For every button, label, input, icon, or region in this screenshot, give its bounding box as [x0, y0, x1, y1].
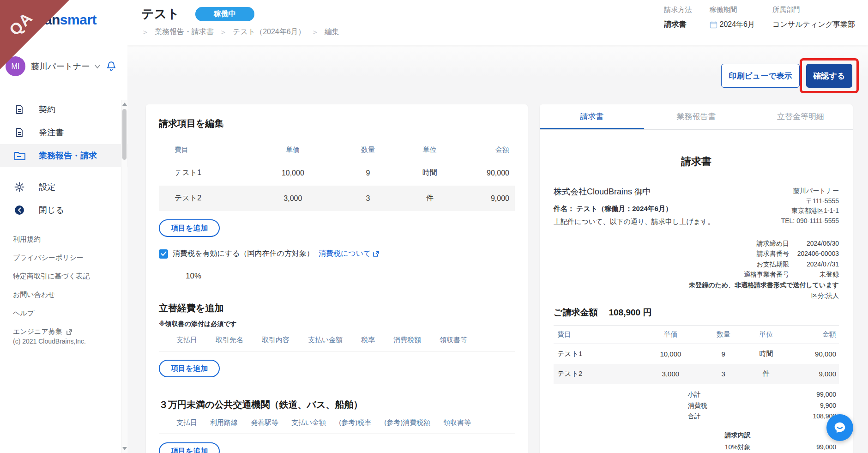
- sidebar-menu: 契約 発注書 業務報告・請求: [0, 98, 127, 222]
- invoice-meta: 請求締め日2024/06/30 請求書番号202406-00003 お支払期限2…: [554, 238, 839, 301]
- recipient: 株式会社CloudBrains 御中: [554, 186, 715, 197]
- items-table: 費目 単価 数量 単位 金額 テスト1 10,000 9 時間 90,000 テ…: [159, 140, 515, 211]
- unregistered-note: 未登録のため、非適格請求書形式で送付しています: [554, 280, 839, 291]
- sidebar-item-label: 発注書: [39, 127, 64, 138]
- link-help[interactable]: ヘルプ: [13, 309, 90, 318]
- breadcrumb-item-test[interactable]: テスト（2024年6月）: [233, 27, 306, 37]
- subject-line: 件名： テスト（稼働月：2024年6月）: [554, 205, 715, 213]
- link-commercial-law[interactable]: 特定商取引に基づく表記: [13, 272, 90, 281]
- sidebar-item-label: 閉じる: [39, 205, 64, 216]
- expenses-table-headers: 支払日 取引先名 取引内容 支払い金額 税率 消費税額 領収書等: [159, 336, 515, 351]
- edit-items-title: 請求項目を編集: [159, 117, 515, 130]
- sidebar-item-billing-report[interactable]: 業務報告・請求: [0, 144, 127, 167]
- confirm-button[interactable]: 確認する: [806, 64, 852, 88]
- chevron-right-icon: ＞: [219, 27, 227, 37]
- chevron-right-icon: ＞: [311, 27, 319, 37]
- sidebar: QA Lansmart MI 藤川パートナー 契約: [0, 0, 127, 453]
- table-row: テスト1 10,000 9 時間 90,000: [554, 344, 839, 364]
- main-content: 印刷ビューで表示 確認する 請求項目を編集 費目 単価 数量 単位 金額 テスト…: [127, 45, 868, 453]
- calendar-icon: [710, 21, 717, 29]
- qa-ribbon-label: QA: [6, 8, 36, 39]
- invoice-left-block: 株式会社CloudBrains 御中 件名： テスト（稼働月：2024年6月） …: [554, 186, 715, 226]
- info-billing-method: 請求方法 請求書: [664, 6, 692, 30]
- bell-icon[interactable]: [105, 60, 117, 72]
- tab-invoice[interactable]: 請求書: [540, 104, 644, 129]
- external-link-icon: [66, 329, 72, 335]
- scrollbar-down-arrow[interactable]: [122, 447, 127, 450]
- top-bar: テスト 稼働中 ＞ 業務報告・請求書 ＞ テスト（2024年6月） ＞ 編集 請…: [127, 0, 868, 45]
- external-link-icon: [373, 250, 380, 257]
- table-row[interactable]: テスト1 10,000 9 時間 90,000: [159, 160, 515, 186]
- sidebar-item-settings[interactable]: 設定: [0, 175, 127, 199]
- scrollbar-thumb[interactable]: [122, 109, 127, 160]
- qa-ribbon-banner: QA: [0, 0, 69, 69]
- expenses-title: 立替経費を追加: [159, 302, 515, 314]
- status-badge: 稼働中: [195, 7, 254, 21]
- sidebar-item-purchase-order[interactable]: 発注書: [0, 121, 127, 144]
- add-expense-button[interactable]: 項目を追加: [159, 360, 220, 377]
- totals-block: 小計99,000 消費税9,900 合計108,900: [554, 389, 839, 422]
- preview-tabs: 請求書 業務報告書 立替金等明細: [540, 104, 853, 130]
- print-view-button[interactable]: 印刷ビューで表示: [721, 64, 800, 88]
- sidebar-footer-links: 利用規約 プライバシーポリシー 特定商取引に基づく表記 お問い合わせ ヘルプ エ…: [13, 235, 90, 346]
- tax-rate-value: 10%: [186, 272, 515, 281]
- tax-checkbox[interactable]: [159, 249, 168, 259]
- tax-info-link[interactable]: 消費税について: [319, 249, 380, 259]
- tab-work-report[interactable]: 業務報告書: [644, 104, 748, 129]
- collapse-arrow-icon: [14, 204, 27, 216]
- entity-class: 区分:法人: [554, 290, 839, 301]
- header-info: 請求方法 請求書 稼働期間 2024年6月 所属部門 コンサルティング事業部: [664, 6, 856, 30]
- vertical-scrollbar[interactable]: [121, 100, 127, 453]
- invoice-edit-card: 請求項目を編集 費目 単価 数量 単位 金額 テスト1 10,000 9 時間 …: [146, 104, 528, 453]
- sidebar-item-label: 設定: [39, 181, 55, 193]
- chat-bubble-icon: [832, 420, 847, 435]
- invoice-preview-card: 請求書 業務報告書 立替金等明細 請求書 株式会社CloudBrains 御中 …: [540, 104, 853, 453]
- sidebar-item-label: 契約: [39, 104, 55, 115]
- invoice-document: 請求書 株式会社CloudBrains 御中 件名： テスト（稼働月：2024年…: [540, 130, 853, 453]
- link-privacy-policy[interactable]: プライバシーポリシー: [13, 254, 90, 262]
- document-icon: [14, 127, 27, 139]
- transport-table-headers: 支払日 利用路線 発着駅等 支払い金額 (参考)税率 (参考)消費税額 領収書等: [159, 418, 515, 434]
- preview-items-table: 費目 単価 数量 単位 金額 テスト1 10,000 9 時間 90,000: [554, 325, 839, 384]
- breadcrumb: ＞ 業務報告・請求書 ＞ テスト（2024年6月） ＞ 編集: [141, 27, 339, 37]
- chevron-down-icon[interactable]: [94, 63, 101, 70]
- link-contact[interactable]: お問い合わせ: [13, 290, 90, 299]
- link-terms[interactable]: 利用規約: [13, 235, 90, 244]
- tax-checkbox-label: 消費税を有効にする（国内在住の方対象）: [173, 249, 314, 259]
- receipt-required-note: ※領収書の添付は必須です: [159, 320, 515, 328]
- info-working-period: 稼働期間 2024年6月: [710, 6, 755, 30]
- add-item-button[interactable]: 項目を追加: [159, 219, 220, 237]
- transport-title: ３万円未満の公共交通機関（鉄道、バス、船舶）: [159, 399, 515, 411]
- document-icon: [14, 103, 27, 115]
- tab-reimbursement-detail[interactable]: 立替金等明細: [748, 104, 853, 129]
- add-transport-button[interactable]: 項目を追加: [159, 442, 220, 453]
- sidebar-item-label: 業務報告・請求: [39, 150, 97, 161]
- greeting-line: 上記件について、以下の通り、請求申し上げます。: [554, 217, 715, 226]
- scrollbar-up-arrow[interactable]: [122, 103, 127, 106]
- billing-breakdown: 請求内訳 10%対象99,000 消費税9,900: [554, 429, 839, 453]
- folder-icon: [14, 150, 27, 162]
- table-row[interactable]: テスト2 3,000 3 件 9,000: [159, 186, 515, 211]
- copyright: (c) 2021 CloudBrains,Inc.: [13, 338, 86, 345]
- invoice-doc-title: 請求書: [554, 155, 839, 169]
- info-department: 所属部門 コンサルティング事業部: [772, 6, 855, 30]
- page-title: テスト: [141, 6, 180, 22]
- gear-icon: [14, 181, 27, 193]
- sidebar-item-collapse[interactable]: 閉じる: [0, 199, 127, 222]
- sidebar-item-contract[interactable]: 契約: [0, 98, 127, 121]
- sender-block: 藤川パートナー 〒111-5555 東京都港区1-1-1 TEL: 090-11…: [781, 186, 839, 226]
- link-engineer-recruit[interactable]: エンジニア募集: [13, 327, 90, 336]
- chat-widget-button[interactable]: [826, 414, 853, 441]
- chevron-right-icon: ＞: [141, 27, 149, 37]
- table-row: テスト2 3,000 3 件 9,000: [554, 364, 839, 384]
- breadcrumb-item-reports[interactable]: 業務報告・請求書: [155, 27, 214, 37]
- breadcrumb-item-edit[interactable]: 編集: [325, 27, 339, 37]
- billing-amount-line: ご請求金額108,900 円: [554, 307, 839, 319]
